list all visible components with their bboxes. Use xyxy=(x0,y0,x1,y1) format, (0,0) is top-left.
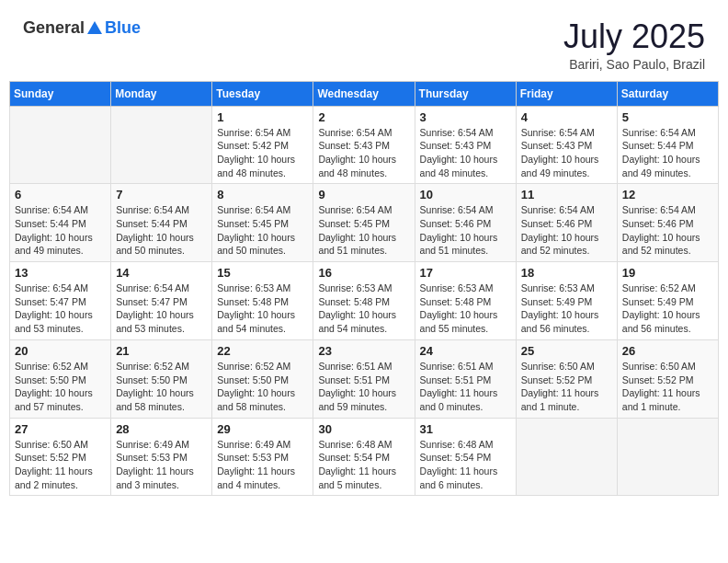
calendar-cell: 18Sunrise: 6:53 AMSunset: 5:49 PMDayligh… xyxy=(516,262,617,340)
weekday-header-friday: Friday xyxy=(516,81,617,106)
weekday-header-row: SundayMondayTuesdayWednesdayThursdayFrid… xyxy=(10,81,719,106)
day-info: Sunrise: 6:54 AMSunset: 5:47 PMDaylight:… xyxy=(15,282,106,336)
calendar-cell: 2Sunrise: 6:54 AMSunset: 5:43 PMDaylight… xyxy=(313,106,415,184)
day-number: 26 xyxy=(622,344,713,358)
calendar-cell: 27Sunrise: 6:50 AMSunset: 5:52 PMDayligh… xyxy=(10,418,111,496)
calendar-cell: 30Sunrise: 6:48 AMSunset: 5:54 PMDayligh… xyxy=(313,418,415,496)
day-number: 13 xyxy=(15,266,106,280)
day-info: Sunrise: 6:54 AMSunset: 5:43 PMDaylight:… xyxy=(420,126,511,180)
day-info: Sunrise: 6:52 AMSunset: 5:50 PMDaylight:… xyxy=(116,360,207,414)
day-info: Sunrise: 6:50 AMSunset: 5:52 PMDaylight:… xyxy=(15,438,106,492)
calendar-body: 1Sunrise: 6:54 AMSunset: 5:42 PMDaylight… xyxy=(10,106,719,496)
day-info: Sunrise: 6:54 AMSunset: 5:45 PMDaylight:… xyxy=(318,203,409,258)
calendar-cell: 7Sunrise: 6:54 AMSunset: 5:44 PMDaylight… xyxy=(111,184,212,262)
day-info: Sunrise: 6:54 AMSunset: 5:44 PMDaylight:… xyxy=(116,203,207,258)
day-number: 19 xyxy=(622,266,713,280)
day-info: Sunrise: 6:54 AMSunset: 5:42 PMDaylight:… xyxy=(217,126,308,180)
svg-marker-0 xyxy=(87,21,102,34)
day-info: Sunrise: 6:54 AMSunset: 5:43 PMDaylight:… xyxy=(318,126,409,180)
calendar-cell: 21Sunrise: 6:52 AMSunset: 5:50 PMDayligh… xyxy=(111,339,212,418)
weekday-header-tuesday: Tuesday xyxy=(212,81,313,106)
day-info: Sunrise: 6:50 AMSunset: 5:52 PMDaylight:… xyxy=(622,360,713,414)
calendar-cell xyxy=(516,418,617,496)
day-number: 11 xyxy=(521,188,612,201)
month-title: July 2025 xyxy=(563,18,705,55)
weekday-header-sunday: Sunday xyxy=(10,81,111,106)
calendar-cell: 23Sunrise: 6:51 AMSunset: 5:51 PMDayligh… xyxy=(313,339,415,418)
day-number: 5 xyxy=(622,110,713,124)
day-number: 30 xyxy=(318,422,409,436)
day-number: 25 xyxy=(521,344,612,358)
calendar-cell: 12Sunrise: 6:54 AMSunset: 5:46 PMDayligh… xyxy=(617,184,718,262)
day-number: 20 xyxy=(15,344,106,358)
day-info: Sunrise: 6:49 AMSunset: 5:53 PMDaylight:… xyxy=(217,438,308,492)
calendar-cell: 24Sunrise: 6:51 AMSunset: 5:51 PMDayligh… xyxy=(415,339,516,418)
day-number: 9 xyxy=(318,188,409,201)
day-number: 29 xyxy=(217,422,308,436)
calendar-cell: 31Sunrise: 6:48 AMSunset: 5:54 PMDayligh… xyxy=(415,418,516,496)
calendar-cell xyxy=(111,106,212,184)
location: Bariri, Sao Paulo, Brazil xyxy=(563,57,705,72)
day-number: 1 xyxy=(217,110,308,124)
day-info: Sunrise: 6:53 AMSunset: 5:49 PMDaylight:… xyxy=(521,282,612,336)
day-number: 16 xyxy=(318,266,409,280)
day-info: Sunrise: 6:48 AMSunset: 5:54 PMDaylight:… xyxy=(318,438,409,492)
day-info: Sunrise: 6:54 AMSunset: 5:47 PMDaylight:… xyxy=(116,282,207,336)
logo-general-text: General xyxy=(23,18,85,38)
title-area: July 2025 Bariri, Sao Paulo, Brazil xyxy=(563,18,705,72)
day-number: 7 xyxy=(116,188,207,201)
weekday-header-monday: Monday xyxy=(111,81,212,106)
weekday-header-wednesday: Wednesday xyxy=(313,81,415,106)
day-number: 17 xyxy=(420,266,511,280)
day-info: Sunrise: 6:51 AMSunset: 5:51 PMDaylight:… xyxy=(318,360,409,414)
calendar-cell: 10Sunrise: 6:54 AMSunset: 5:46 PMDayligh… xyxy=(415,184,516,262)
page-header: General Blue July 2025 Bariri, Sao Paulo… xyxy=(9,9,719,76)
calendar-table: SundayMondayTuesdayWednesdayThursdayFrid… xyxy=(9,81,719,497)
day-number: 4 xyxy=(521,110,612,124)
logo: General Blue xyxy=(23,18,141,38)
day-info: Sunrise: 6:48 AMSunset: 5:54 PMDaylight:… xyxy=(420,438,511,492)
calendar-cell: 11Sunrise: 6:54 AMSunset: 5:46 PMDayligh… xyxy=(516,184,617,262)
calendar-cell: 14Sunrise: 6:54 AMSunset: 5:47 PMDayligh… xyxy=(111,262,212,340)
day-number: 10 xyxy=(420,188,511,201)
day-info: Sunrise: 6:49 AMSunset: 5:53 PMDaylight:… xyxy=(116,438,207,492)
day-number: 28 xyxy=(116,422,207,436)
day-info: Sunrise: 6:54 AMSunset: 5:44 PMDaylight:… xyxy=(622,126,713,180)
day-info: Sunrise: 6:53 AMSunset: 5:48 PMDaylight:… xyxy=(318,282,409,336)
calendar-cell: 1Sunrise: 6:54 AMSunset: 5:42 PMDaylight… xyxy=(212,106,313,184)
calendar-week-2: 6Sunrise: 6:54 AMSunset: 5:44 PMDaylight… xyxy=(10,184,719,262)
weekday-header-saturday: Saturday xyxy=(617,81,718,106)
day-info: Sunrise: 6:54 AMSunset: 5:46 PMDaylight:… xyxy=(622,203,713,258)
day-info: Sunrise: 6:54 AMSunset: 5:44 PMDaylight:… xyxy=(15,203,106,258)
calendar-week-3: 13Sunrise: 6:54 AMSunset: 5:47 PMDayligh… xyxy=(10,262,719,340)
day-number: 23 xyxy=(318,344,409,358)
day-info: Sunrise: 6:52 AMSunset: 5:49 PMDaylight:… xyxy=(622,282,713,336)
calendar-week-4: 20Sunrise: 6:52 AMSunset: 5:50 PMDayligh… xyxy=(10,339,719,418)
calendar-cell: 20Sunrise: 6:52 AMSunset: 5:50 PMDayligh… xyxy=(10,339,111,418)
day-info: Sunrise: 6:52 AMSunset: 5:50 PMDaylight:… xyxy=(15,360,106,414)
day-number: 14 xyxy=(116,266,207,280)
calendar-cell: 13Sunrise: 6:54 AMSunset: 5:47 PMDayligh… xyxy=(10,262,111,340)
day-number: 12 xyxy=(622,188,713,201)
calendar-cell: 17Sunrise: 6:53 AMSunset: 5:48 PMDayligh… xyxy=(415,262,516,340)
calendar-cell: 8Sunrise: 6:54 AMSunset: 5:45 PMDaylight… xyxy=(212,184,313,262)
calendar-cell xyxy=(10,106,111,184)
day-number: 27 xyxy=(15,422,106,436)
day-number: 3 xyxy=(420,110,511,124)
calendar-cell: 6Sunrise: 6:54 AMSunset: 5:44 PMDaylight… xyxy=(10,184,111,262)
logo-icon xyxy=(85,19,104,38)
day-number: 2 xyxy=(318,110,409,124)
day-number: 18 xyxy=(521,266,612,280)
day-info: Sunrise: 6:50 AMSunset: 5:52 PMDaylight:… xyxy=(521,360,612,414)
day-info: Sunrise: 6:53 AMSunset: 5:48 PMDaylight:… xyxy=(217,282,308,336)
calendar-cell: 4Sunrise: 6:54 AMSunset: 5:43 PMDaylight… xyxy=(516,106,617,184)
calendar-cell: 3Sunrise: 6:54 AMSunset: 5:43 PMDaylight… xyxy=(415,106,516,184)
day-number: 24 xyxy=(420,344,511,358)
day-info: Sunrise: 6:51 AMSunset: 5:51 PMDaylight:… xyxy=(420,360,511,414)
day-info: Sunrise: 6:53 AMSunset: 5:48 PMDaylight:… xyxy=(420,282,511,336)
day-number: 6 xyxy=(15,188,106,201)
logo-blue-text: Blue xyxy=(105,18,141,38)
weekday-header-thursday: Thursday xyxy=(415,81,516,106)
day-number: 21 xyxy=(116,344,207,358)
calendar-cell: 15Sunrise: 6:53 AMSunset: 5:48 PMDayligh… xyxy=(212,262,313,340)
